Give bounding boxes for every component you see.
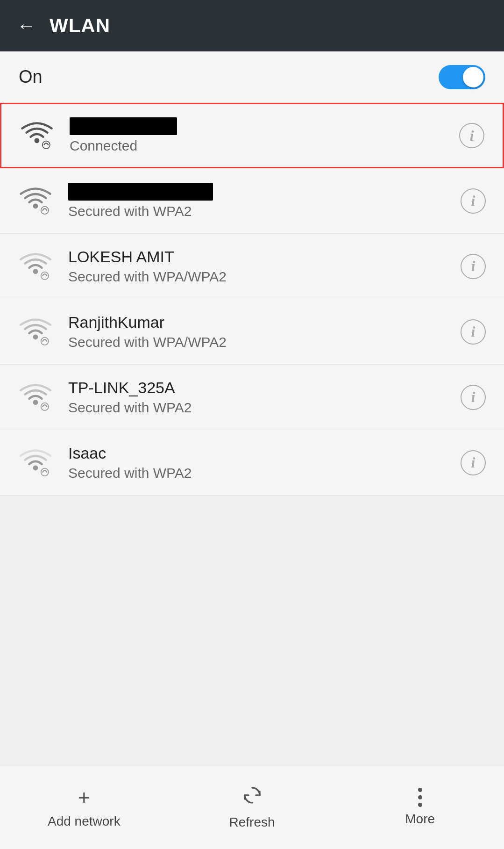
network-item-connected[interactable]: Connected i: [0, 103, 504, 168]
network-status-4: Secured with WPA/WPA2: [68, 334, 445, 350]
network-name-4: RanjithKumar: [68, 313, 445, 331]
network-info-4: RanjithKumar Secured with WPA/WPA2: [68, 313, 445, 350]
toggle-knob: [463, 67, 483, 87]
back-button[interactable]: ←: [17, 15, 35, 36]
info-circle-icon-2: i: [461, 188, 486, 214]
info-circle-icon-5: i: [461, 385, 486, 410]
plus-icon: +: [78, 786, 90, 809]
refresh-button[interactable]: Refresh: [168, 785, 336, 830]
header: ← WLAN: [0, 0, 504, 51]
info-circle-icon: i: [459, 123, 484, 148]
network-name-redacted: [70, 117, 177, 135]
network-info-5: TP-LINK_325A Secured with WPA2: [68, 379, 445, 416]
network-item-3[interactable]: LOKESH AMIT Secured with WPA/WPA2 i: [0, 234, 504, 299]
network-info-6: Isaac Secured with WPA2: [68, 444, 445, 481]
wifi-icon-3: [17, 250, 54, 283]
wifi-icon-connected: [18, 119, 56, 152]
network-status-5: Secured with WPA2: [68, 400, 445, 416]
network-info-3: LOKESH AMIT Secured with WPA/WPA2: [68, 248, 445, 285]
toggle-label: On: [19, 67, 43, 87]
network-item-4[interactable]: RanjithKumar Secured with WPA/WPA2 i: [0, 299, 504, 365]
bottom-bar: + Add network Refresh More: [0, 765, 504, 849]
info-button-6[interactable]: i: [459, 449, 487, 477]
more-button[interactable]: More: [336, 788, 504, 827]
info-circle-icon-6: i: [461, 450, 486, 475]
svg-point-1: [43, 141, 50, 149]
wifi-icon-6: [17, 446, 54, 480]
network-name-5: TP-LINK_325A: [68, 379, 445, 397]
info-button-3[interactable]: i: [459, 252, 487, 281]
wifi-icon-5: [17, 381, 54, 414]
network-item-6[interactable]: Isaac Secured with WPA2 i: [0, 430, 504, 496]
svg-point-5: [41, 272, 49, 279]
info-button-5[interactable]: i: [459, 383, 487, 411]
network-name-6: Isaac: [68, 444, 445, 462]
network-status-3: Secured with WPA/WPA2: [68, 269, 445, 285]
info-button-2[interactable]: i: [459, 187, 487, 215]
svg-point-9: [41, 403, 49, 410]
wifi-icon-2: [17, 184, 54, 218]
network-list: Connected i Secured with WPA2 i: [0, 103, 504, 496]
network-status-2: Secured with WPA2: [68, 203, 445, 219]
network-info-2: Secured with WPA2: [68, 183, 445, 219]
network-name-redacted-2: [68, 183, 213, 201]
network-status-connected: Connected: [70, 138, 444, 154]
network-info-connected: Connected: [70, 117, 444, 154]
svg-point-7: [41, 337, 49, 345]
more-dots-icon: [418, 788, 422, 807]
network-status-6: Secured with WPA2: [68, 465, 445, 481]
add-network-label: Add network: [48, 814, 121, 829]
refresh-label: Refresh: [229, 815, 275, 830]
refresh-icon: [242, 785, 263, 810]
info-circle-icon-3: i: [461, 254, 486, 279]
wlan-toggle-row: On: [0, 51, 504, 103]
svg-point-3: [41, 206, 49, 214]
wifi-icon-4: [17, 315, 54, 349]
info-button-connected[interactable]: i: [458, 122, 486, 150]
info-button-4[interactable]: i: [459, 318, 487, 346]
page-title: WLAN: [50, 14, 110, 37]
more-label: More: [405, 812, 435, 827]
wlan-toggle[interactable]: [439, 65, 485, 89]
network-item-5[interactable]: TP-LINK_325A Secured with WPA2 i: [0, 365, 504, 430]
network-name-3: LOKESH AMIT: [68, 248, 445, 266]
info-circle-icon-4: i: [461, 319, 486, 345]
network-item-2[interactable]: Secured with WPA2 i: [0, 168, 504, 234]
add-network-button[interactable]: + Add network: [0, 786, 168, 829]
svg-point-11: [41, 468, 49, 475]
